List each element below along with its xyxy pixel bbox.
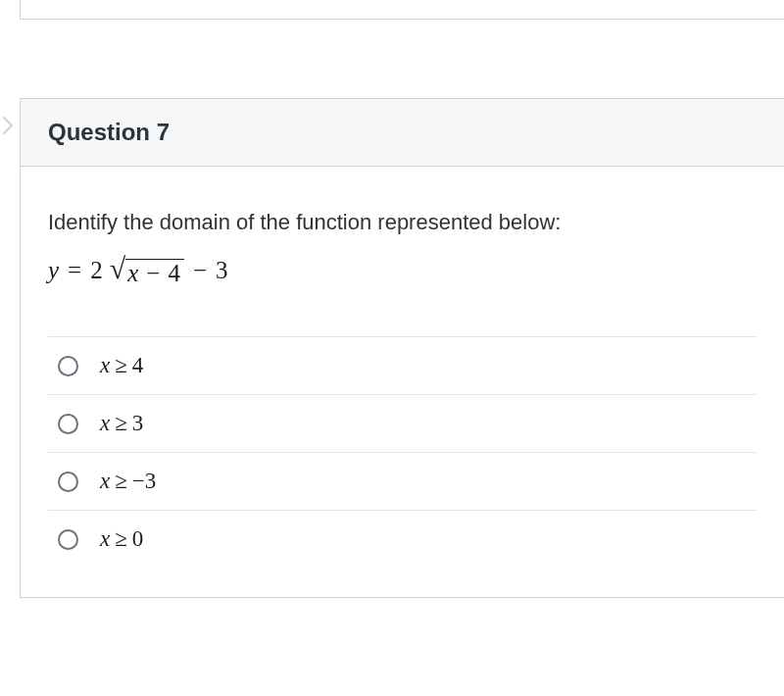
option-var: x <box>100 411 110 436</box>
question-body: Identify the domain of the function repr… <box>21 167 784 597</box>
option-row[interactable]: x ≥ −3 <box>48 453 757 511</box>
options-list: x ≥ 4 x ≥ 3 x ≥ −3 <box>48 336 757 568</box>
option-label: x ≥ −3 <box>100 469 156 494</box>
option-rel: ≥ <box>115 411 127 436</box>
option-row[interactable]: x ≥ 3 <box>48 395 757 453</box>
question-title: Question 7 <box>48 119 757 146</box>
option-var: x <box>100 353 110 378</box>
radio-icon[interactable] <box>58 356 78 376</box>
radicand-var: x <box>127 260 138 287</box>
option-label: x ≥ 3 <box>100 411 143 436</box>
option-val: 0 <box>132 526 144 552</box>
option-val: 4 <box>132 353 144 378</box>
radicand-const: 4 <box>168 260 180 287</box>
eq-sign: = <box>68 257 81 284</box>
radio-icon[interactable] <box>58 529 78 550</box>
equation: y = 2 √ x − 4 − 3 <box>48 257 757 287</box>
radicand-op: − <box>146 260 160 287</box>
option-label: x ≥ 0 <box>100 526 143 552</box>
option-rel: ≥ <box>115 526 127 552</box>
radio-icon[interactable] <box>58 472 78 492</box>
option-val: −3 <box>132 469 156 494</box>
option-row[interactable]: x ≥ 0 <box>48 511 757 568</box>
sqrt-expression: √ x − 4 <box>110 257 184 287</box>
option-var: x <box>100 469 110 494</box>
option-val: 3 <box>132 411 144 436</box>
option-rel: ≥ <box>115 469 127 494</box>
radicand: x − 4 <box>125 259 184 287</box>
question-header: Question 7 <box>21 99 784 167</box>
radio-icon[interactable] <box>58 414 78 434</box>
eq-after-op: − <box>193 257 207 284</box>
eq-coeff: 2 <box>90 257 103 284</box>
radical-icon: √ <box>110 257 125 287</box>
option-row[interactable]: x ≥ 4 <box>48 337 757 395</box>
eq-lhs-var: y <box>48 257 59 284</box>
question-card: Question 7 Identify the domain of the fu… <box>20 98 784 598</box>
option-var: x <box>100 526 110 552</box>
nav-chevron-icon <box>0 116 14 135</box>
option-rel: ≥ <box>115 353 127 378</box>
eq-after-const: 3 <box>216 257 228 284</box>
option-label: x ≥ 4 <box>100 353 143 378</box>
question-prompt: Identify the domain of the function repr… <box>48 210 757 235</box>
previous-question-remnant <box>20 0 784 20</box>
